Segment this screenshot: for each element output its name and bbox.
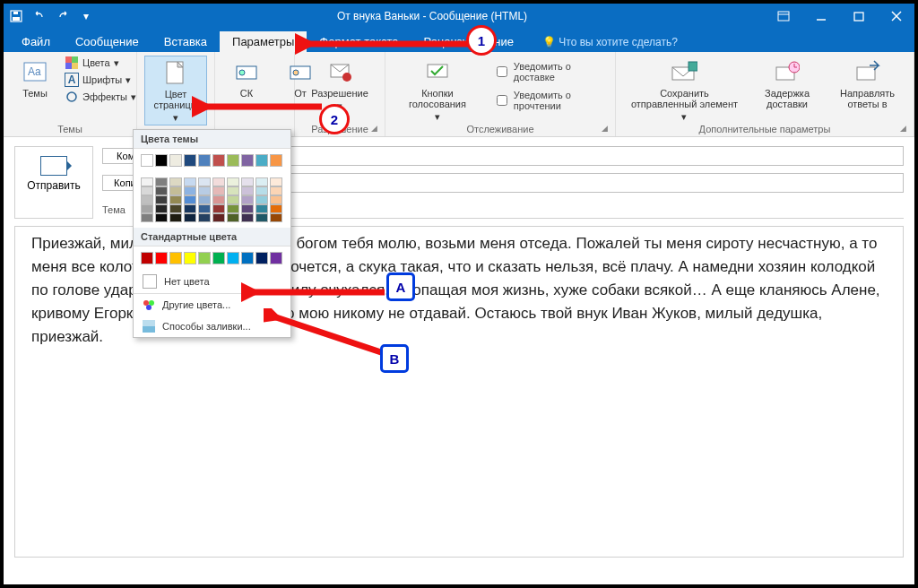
close-button[interactable] bbox=[884, 7, 909, 25]
color-swatch[interactable] bbox=[241, 252, 254, 264]
color-swatch[interactable] bbox=[212, 252, 225, 264]
color-swatch[interactable] bbox=[270, 252, 282, 264]
color-swatch[interactable] bbox=[241, 177, 254, 186]
color-swatch[interactable] bbox=[198, 252, 211, 264]
color-swatch[interactable] bbox=[155, 204, 168, 213]
tab-insert[interactable]: Вставка bbox=[152, 31, 220, 52]
color-swatch[interactable] bbox=[155, 213, 168, 222]
color-swatch[interactable] bbox=[184, 213, 196, 222]
color-swatch[interactable] bbox=[184, 195, 196, 204]
color-swatch[interactable] bbox=[255, 154, 268, 167]
minimize-button[interactable] bbox=[809, 7, 834, 25]
color-swatch[interactable] bbox=[227, 186, 239, 195]
color-swatch[interactable] bbox=[184, 154, 196, 167]
color-swatch[interactable] bbox=[270, 177, 282, 186]
svg-point-31 bbox=[143, 300, 149, 306]
color-swatch[interactable] bbox=[255, 204, 268, 213]
color-swatch[interactable] bbox=[155, 195, 168, 204]
color-swatch[interactable] bbox=[212, 154, 225, 167]
color-swatch[interactable] bbox=[241, 186, 254, 195]
color-swatch[interactable] bbox=[212, 213, 225, 222]
color-swatch[interactable] bbox=[141, 195, 153, 204]
read-receipt-checkbox[interactable]: Уведомить о прочтении bbox=[493, 90, 608, 111]
color-swatch[interactable] bbox=[141, 186, 153, 195]
color-swatch[interactable] bbox=[155, 154, 168, 167]
theme-fonts-button[interactable]: A Шрифты▾ bbox=[65, 73, 131, 87]
voting-buttons-button[interactable]: Кнопки голосования▾ bbox=[393, 56, 482, 124]
more-launcher[interactable]: ◢ bbox=[900, 124, 911, 134]
delivery-receipt-checkbox[interactable]: Уведомить о доставке bbox=[493, 61, 608, 82]
color-swatch[interactable] bbox=[155, 252, 168, 264]
color-swatch[interactable] bbox=[227, 154, 239, 167]
permission-launcher[interactable]: ◢ bbox=[371, 124, 382, 134]
color-swatch[interactable] bbox=[141, 213, 153, 222]
delay-delivery-button[interactable]: Задержка доставки bbox=[751, 56, 823, 111]
tell-me[interactable]: 💡 Что вы хотите сделать? bbox=[526, 32, 690, 52]
color-swatch[interactable] bbox=[169, 177, 182, 186]
undo-icon[interactable] bbox=[32, 9, 47, 23]
color-swatch[interactable] bbox=[212, 195, 225, 204]
theme-effects-button[interactable]: Эффекты▾ bbox=[65, 90, 136, 104]
color-swatch[interactable] bbox=[198, 213, 211, 222]
color-swatch[interactable] bbox=[255, 213, 268, 222]
color-swatch[interactable] bbox=[227, 195, 239, 204]
color-swatch[interactable] bbox=[184, 177, 196, 186]
theme-colors-button[interactable]: Цвета▾ bbox=[65, 56, 119, 70]
color-swatch[interactable] bbox=[241, 195, 254, 204]
color-swatch[interactable] bbox=[212, 204, 225, 213]
color-swatch[interactable] bbox=[169, 204, 182, 213]
tab-file[interactable]: Файл bbox=[9, 31, 63, 52]
tab-message[interactable]: Сообщение bbox=[63, 31, 152, 52]
color-swatch[interactable] bbox=[255, 252, 268, 264]
color-swatch[interactable] bbox=[198, 154, 211, 167]
color-swatch[interactable] bbox=[169, 154, 182, 167]
color-swatch[interactable] bbox=[227, 204, 239, 213]
color-swatch[interactable] bbox=[141, 177, 153, 186]
color-swatch[interactable] bbox=[155, 186, 168, 195]
color-swatch[interactable] bbox=[169, 213, 182, 222]
color-swatch[interactable] bbox=[255, 195, 268, 204]
send-button[interactable]: Отправить bbox=[14, 146, 93, 219]
color-swatch[interactable] bbox=[270, 195, 282, 204]
qat-dropdown-icon[interactable]: ▾ bbox=[79, 9, 93, 23]
color-swatch[interactable] bbox=[169, 195, 182, 204]
color-swatch[interactable] bbox=[270, 154, 282, 167]
color-swatch[interactable] bbox=[184, 204, 196, 213]
color-swatch[interactable] bbox=[241, 154, 254, 167]
color-swatch[interactable] bbox=[212, 177, 225, 186]
color-swatch[interactable] bbox=[198, 177, 211, 186]
group-themes-label: Темы bbox=[11, 124, 129, 136]
tracking-launcher[interactable]: ◢ bbox=[602, 124, 612, 134]
color-swatch[interactable] bbox=[241, 204, 254, 213]
color-swatch[interactable] bbox=[270, 204, 282, 213]
save-sent-button[interactable]: Сохранить отправленный элемент▾ bbox=[623, 56, 746, 124]
redo-icon[interactable] bbox=[56, 9, 70, 23]
color-swatch[interactable] bbox=[270, 186, 282, 195]
direct-replies-button[interactable]: Направлять ответы в bbox=[828, 56, 906, 111]
color-swatch[interactable] bbox=[169, 252, 182, 264]
color-swatch[interactable] bbox=[141, 252, 153, 264]
color-swatch[interactable] bbox=[141, 154, 153, 167]
no-color-label: Нет цвета bbox=[164, 276, 210, 287]
color-swatch[interactable] bbox=[227, 252, 239, 264]
color-swatch[interactable] bbox=[227, 177, 239, 186]
color-swatch[interactable] bbox=[212, 186, 225, 195]
color-swatch[interactable] bbox=[198, 186, 211, 195]
color-swatch[interactable] bbox=[184, 252, 196, 264]
color-swatch[interactable] bbox=[255, 186, 268, 195]
color-swatch[interactable] bbox=[141, 204, 153, 213]
color-swatch[interactable] bbox=[241, 213, 254, 222]
color-swatch[interactable] bbox=[184, 186, 196, 195]
tab-options[interactable]: Параметры bbox=[220, 31, 307, 52]
maximize-button[interactable] bbox=[846, 7, 871, 25]
color-swatch[interactable] bbox=[227, 213, 239, 222]
themes-button[interactable]: Aa Темы bbox=[11, 56, 59, 100]
color-swatch[interactable] bbox=[155, 177, 168, 186]
ribbon-display-icon[interactable] bbox=[771, 7, 796, 25]
save-icon[interactable] bbox=[9, 9, 23, 23]
color-swatch[interactable] bbox=[169, 186, 182, 195]
color-swatch[interactable] bbox=[255, 177, 268, 186]
color-swatch[interactable] bbox=[270, 213, 282, 222]
color-swatch[interactable] bbox=[198, 204, 211, 213]
color-swatch[interactable] bbox=[198, 195, 211, 204]
